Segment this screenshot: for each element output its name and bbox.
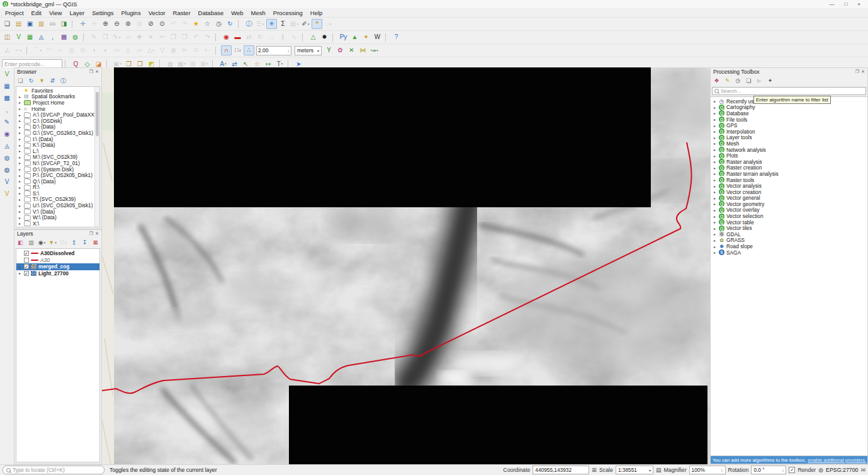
menu-item[interactable]: Help (307, 9, 327, 16)
add-wms-layer[interactable]: ◍ (70, 32, 81, 42)
toolbox-group[interactable]: File tools (711, 117, 867, 123)
expander-icon[interactable] (713, 159, 717, 164)
zoom-to-layer[interactable]: ⊘ (145, 19, 156, 29)
browser-tree-item[interactable]: ▸ Project Home (16, 100, 99, 106)
restore-button[interactable]: □ (844, 1, 847, 7)
menu-item[interactable]: Raster (169, 9, 194, 16)
menu-item[interactable]: Processing (269, 9, 307, 16)
metasearch[interactable]: ◌ (323, 19, 334, 29)
expander-icon[interactable] (713, 202, 717, 206)
circle-center[interactable]: ⊙ (77, 45, 88, 55)
circular-string-radius[interactable]: ◠ (43, 45, 54, 55)
refresh-map[interactable]: ↻ (225, 19, 235, 29)
expander-icon[interactable] (713, 178, 717, 182)
add-vector-layer[interactable]: V (13, 32, 24, 42)
polygon-center[interactable]: ▽ (157, 45, 167, 55)
expander-icon[interactable] (713, 99, 717, 103)
browser-tree-item[interactable]: ▸ G:\ (SVC_OS2k63_Disk1) (16, 130, 99, 136)
expander-icon[interactable]: ▸ (18, 173, 22, 178)
browser-tree-item[interactable]: ▸ Home (16, 106, 99, 112)
quick-map-services[interactable]: ▬ (232, 32, 243, 42)
scale-feature[interactable]: ↔ (266, 32, 277, 42)
browser-tree-item[interactable]: ▸ W:\ (Data) (16, 214, 99, 220)
split-features[interactable]: ✂ (179, 45, 190, 55)
menu-item[interactable]: Project (1, 9, 28, 16)
layer-checkbox[interactable] (24, 264, 29, 269)
map-canvas[interactable] (102, 67, 710, 464)
python-console[interactable]: Py (338, 32, 349, 42)
expander-icon[interactable] (713, 196, 717, 200)
expander-icon[interactable]: ▸ (18, 265, 22, 269)
layer-checkbox[interactable] (24, 258, 29, 263)
add-wcs-layer[interactable]: ◍ (1, 165, 13, 175)
trim-extend[interactable]: ⊢ (202, 45, 213, 55)
cad-tools[interactable]: ∠ (2, 45, 13, 55)
new-project[interactable]: ❏ (2, 19, 13, 29)
expander-icon[interactable] (713, 105, 717, 110)
paste-features[interactable]: ❒ (179, 32, 190, 42)
redo[interactable]: ↷ (202, 32, 213, 42)
ellipse-center[interactable]: ◖ (89, 45, 99, 55)
move-feature[interactable]: ⇄ (244, 32, 254, 42)
refresh-browser[interactable]: ↻ (26, 77, 36, 86)
expander-icon[interactable]: ▸ (18, 130, 22, 135)
open-project[interactable]: ▤ (13, 19, 24, 29)
toolbox-group[interactable]: Vector geometry (711, 201, 867, 207)
add-virtual-layer[interactable]: ◬ (1, 141, 13, 151)
circle-3points[interactable]: ◎ (66, 45, 77, 55)
grass-tools[interactable]: △ (308, 32, 318, 42)
toolbox-group[interactable]: Vector tiles (711, 225, 867, 231)
close-button[interactable]: × (857, 1, 860, 7)
expander-icon[interactable]: ▸ (18, 149, 22, 153)
cut-features[interactable]: ✂ (157, 32, 167, 42)
expander-icon[interactable]: ▸ (18, 143, 22, 147)
add-wfs-layer[interactable]: V (1, 177, 13, 187)
vertex-tool[interactable]: ✚ (134, 32, 145, 42)
zoom-native[interactable]: ⊙ (157, 19, 167, 29)
expander-icon[interactable] (713, 171, 717, 176)
expander-icon[interactable]: ▸ (18, 271, 22, 275)
expander-icon[interactable] (713, 154, 717, 158)
minimize-button[interactable]: — (829, 1, 834, 7)
expander-icon[interactable]: ▸ (18, 167, 22, 171)
expander-icon[interactable] (713, 232, 717, 236)
expander-icon[interactable]: ▸ (18, 100, 22, 105)
toolbox-group[interactable]: Plots (711, 152, 867, 159)
close-panel-icon[interactable]: ✕ (95, 69, 99, 74)
float-panel-icon[interactable]: ❐ (89, 231, 93, 236)
browser-tree-item[interactable]: Favorites (16, 88, 99, 94)
expander-icon[interactable] (713, 190, 717, 194)
topological-editing[interactable]: Y (324, 45, 334, 55)
layer-checkbox[interactable] (24, 251, 29, 256)
browser-tree-item[interactable]: ▸ S:\ (16, 190, 99, 197)
browser-tree-item[interactable]: ▸ O:\ (System Disk) (16, 166, 99, 173)
expander-icon[interactable]: ▸ (18, 137, 22, 141)
current-edits[interactable]: ✎ (111, 32, 122, 42)
close-panel-icon[interactable]: ✕ (95, 231, 99, 236)
plugin-tools[interactable]: ✦ (361, 32, 371, 42)
menu-item[interactable]: Web (227, 9, 247, 16)
expand-tree[interactable]: ⇵ (48, 77, 57, 86)
merge-features[interactable]: ⊂ (191, 45, 201, 55)
add-database-layer[interactable]: ▩ (59, 32, 69, 42)
expander-icon[interactable] (713, 244, 717, 249)
expander-icon[interactable]: ▸ (18, 106, 22, 111)
temporal-controller[interactable]: ◷ (213, 19, 224, 29)
identify-features[interactable]: ⓘ (244, 19, 254, 29)
browser-tree-item[interactable]: ▸ V:\ (Data) (16, 209, 99, 215)
zoom-next[interactable]: ↷ (179, 19, 190, 29)
expander-icon[interactable] (713, 111, 717, 115)
georeferencer[interactable]: ✹ (319, 32, 330, 42)
expander-icon[interactable]: ▸ (18, 197, 22, 202)
filter-browser[interactable]: ▼ (37, 77, 47, 86)
browser-tree-item[interactable]: ▸ M:\ (SVC_OS2k39) (16, 154, 99, 161)
browser-tree-item[interactable]: ▸ Q:\ (Data) (16, 178, 99, 185)
menu-item[interactable]: Plugins (117, 9, 144, 16)
browser-tree-item[interactable]: ▸ R:\ (16, 185, 99, 191)
toolbox-group[interactable]: Raster terrain analysis (711, 171, 867, 177)
spin-arrows-icon[interactable]: ↕ (288, 49, 290, 53)
locator-input[interactable]: Type to locate (Ctrl+K) (3, 466, 104, 474)
expander-icon[interactable] (713, 208, 717, 212)
toolbox-group[interactable]: Vector selection (711, 213, 867, 219)
add-virtual-layer-alt[interactable]: V (1, 189, 13, 199)
